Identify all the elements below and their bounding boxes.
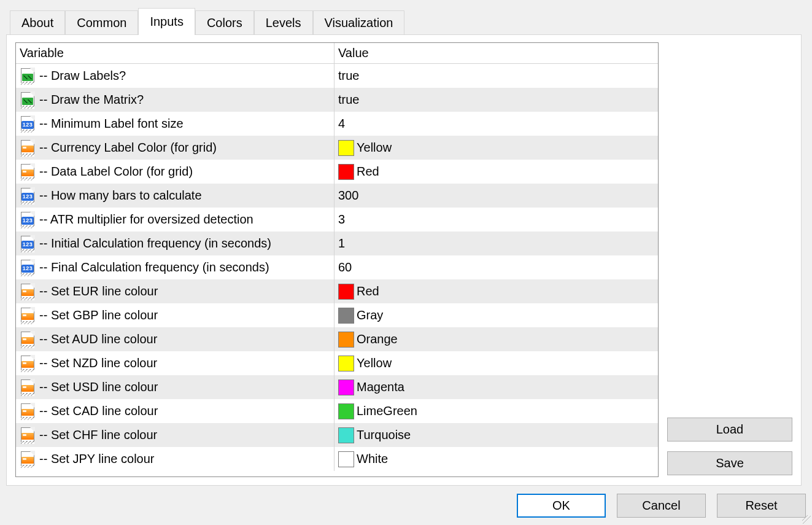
value-cell[interactable]: LimeGreen [334,399,658,423]
table-row[interactable]: -- Set EUR line colourRed [16,279,658,303]
color-swatch[interactable] [338,403,354,419]
table-row[interactable]: 123-- Initial Calculation frequency (in … [16,231,658,255]
table-row[interactable]: 123-- ATR multiplier for oversized detec… [16,208,658,231]
value-text: 60 [338,260,352,274]
color-param-icon [20,283,36,300]
int-param-icon: 123 [20,259,36,276]
value-cell[interactable]: Gray [334,303,658,327]
variable-label: -- Initial Calculation frequency (in sec… [39,236,271,251]
variable-cell[interactable]: -- Set CHF line colour [16,423,334,447]
value-cell[interactable]: Orange [334,327,658,351]
tab-visualization[interactable]: Visualization [313,10,405,35]
variable-cell[interactable]: -- Set EUR line colour [16,279,334,303]
cancel-button[interactable]: Cancel [617,494,706,518]
int-param-icon: 123 [20,211,36,228]
variable-cell[interactable]: -- Set GBP line colour [16,303,334,327]
color-param-icon [20,307,36,324]
value-cell[interactable]: Yellow [334,136,658,160]
ok-button[interactable]: OK [517,494,606,518]
variable-label: -- Data Label Color (for grid) [39,165,193,179]
variable-label: -- Set AUD line colour [39,332,157,346]
side-buttons: Load Save [667,42,792,476]
variable-cell[interactable]: -- Set AUD line colour [16,327,334,351]
value-cell[interactable]: Magenta [334,375,658,399]
variable-cell[interactable]: -- Draw the Matrix? [16,88,334,112]
tab-common[interactable]: Common [65,10,138,35]
value-text: 1 [338,236,345,251]
value-cell[interactable]: Yellow [334,351,658,375]
value-cell[interactable]: Red [334,279,658,303]
color-swatch[interactable] [338,308,354,324]
variable-label: -- How many bars to calculate [39,189,202,203]
color-swatch[interactable] [338,427,354,443]
value-cell[interactable]: Red [334,160,658,184]
color-swatch[interactable] [338,164,354,180]
value-cell[interactable]: true [334,88,658,112]
tab-inputs[interactable]: Inputs [138,8,195,35]
table-row[interactable]: -- Set USD line colourMagenta [16,375,658,399]
value-text: 300 [338,189,358,203]
table-row[interactable]: 123-- How many bars to calculate300 [16,184,658,208]
value-cell[interactable]: 300 [334,184,658,208]
table-row[interactable]: -- Set JPY line colourWhite [16,447,658,471]
int-param-icon: 123 [20,235,36,252]
table-row[interactable]: -- Draw Labels?true [16,64,658,88]
variable-cell[interactable]: 123-- Minimum Label font size [16,112,334,136]
color-swatch[interactable] [338,332,354,348]
value-cell[interactable]: Turquoise [334,423,658,447]
color-param-icon [20,163,36,181]
tab-levels[interactable]: Levels [254,10,313,35]
column-header-value[interactable]: Value [334,43,658,63]
value-cell[interactable]: 1 [334,231,658,255]
variable-cell[interactable]: 123-- ATR multiplier for oversized detec… [16,208,334,231]
resize-grip-icon[interactable] [802,515,811,524]
value-text: Orange [357,332,398,346]
save-button[interactable]: Save [667,451,792,475]
variable-cell[interactable]: 123-- How many bars to calculate [16,184,334,208]
value-cell[interactable]: 3 [334,208,658,231]
variable-cell[interactable]: -- Set CAD line colour [16,399,334,423]
variable-label: -- Set GBP line colour [39,308,158,322]
color-swatch[interactable] [338,379,354,395]
variable-cell[interactable]: -- Set NZD line colour [16,351,334,375]
variable-cell[interactable]: 123-- Final Calculation frequency (in se… [16,255,334,279]
value-text: true [338,93,359,107]
variable-cell[interactable]: 123-- Initial Calculation frequency (in … [16,231,334,255]
inputs-panel: Variable Value -- Draw Labels?true-- Dra… [6,34,802,486]
column-header-variable[interactable]: Variable [16,43,334,63]
variable-cell[interactable]: -- Set JPY line colour [16,447,334,471]
variable-label: -- Set EUR line colour [39,284,158,298]
inputs-grid[interactable]: Variable Value -- Draw Labels?true-- Dra… [15,42,659,477]
table-row[interactable]: -- Set GBP line colourGray [16,303,658,327]
value-text: Yellow [357,356,392,370]
variable-cell[interactable]: -- Currency Label Color (for grid) [16,136,334,160]
bool-param-icon [20,91,36,109]
color-swatch[interactable] [338,140,354,156]
value-cell[interactable]: White [334,447,658,471]
load-button[interactable]: Load [667,418,792,441]
value-cell[interactable]: 60 [334,255,658,279]
value-cell[interactable]: true [334,64,658,88]
table-row[interactable]: -- Data Label Color (for grid)Red [16,160,658,184]
variable-cell[interactable]: -- Set USD line colour [16,375,334,399]
variable-cell[interactable]: -- Draw Labels? [16,64,334,88]
value-text: Red [357,165,379,179]
table-row[interactable]: -- Set CAD line colourLimeGreen [16,399,658,423]
table-row[interactable]: -- Set NZD line colourYellow [16,351,658,375]
table-row[interactable]: 123-- Minimum Label font size4 [16,112,658,136]
color-swatch[interactable] [338,284,354,300]
table-row[interactable]: -- Set CHF line colourTurquoise [16,423,658,447]
value-cell[interactable]: 4 [334,112,658,136]
variable-cell[interactable]: -- Data Label Color (for grid) [16,160,334,184]
reset-button[interactable]: Reset [717,494,806,518]
color-swatch[interactable] [338,451,354,467]
tab-colors[interactable]: Colors [195,10,254,35]
table-row[interactable]: -- Draw the Matrix?true [16,88,658,112]
table-row[interactable]: -- Set AUD line colourOrange [16,327,658,351]
color-swatch[interactable] [338,356,354,371]
color-param-icon [20,451,36,468]
tab-about[interactable]: About [10,10,65,35]
tab-strip: About Common Inputs Colors Levels Visual… [10,7,806,34]
table-row[interactable]: -- Currency Label Color (for grid)Yellow [16,136,658,160]
table-row[interactable]: 123-- Final Calculation frequency (in se… [16,255,658,279]
